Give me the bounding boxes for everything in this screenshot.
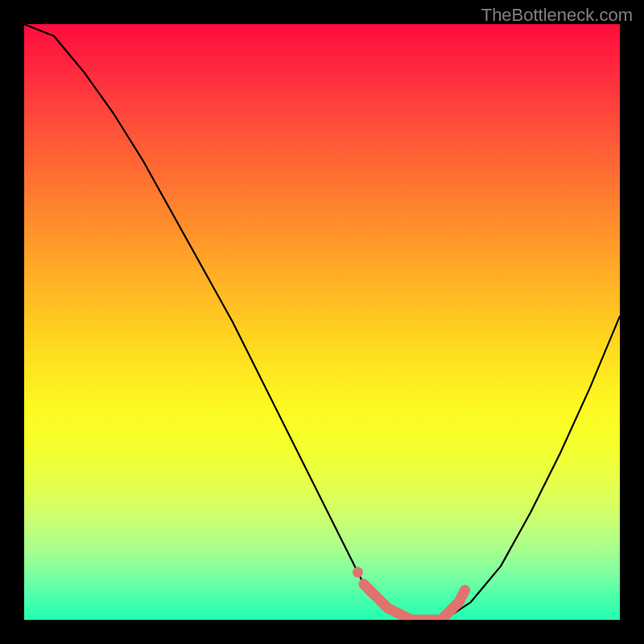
series-bottleneck-curve bbox=[24, 24, 620, 620]
plot-area bbox=[24, 24, 620, 620]
highlight-dot-1 bbox=[365, 585, 375, 596]
watermark-text: TheBottleneck.com bbox=[481, 5, 633, 26]
series-highlight-segment bbox=[364, 584, 465, 620]
chart-container: TheBottleneck.com bbox=[0, 0, 644, 644]
highlight-dot-0 bbox=[353, 567, 363, 577]
curve-overlay bbox=[24, 24, 620, 620]
